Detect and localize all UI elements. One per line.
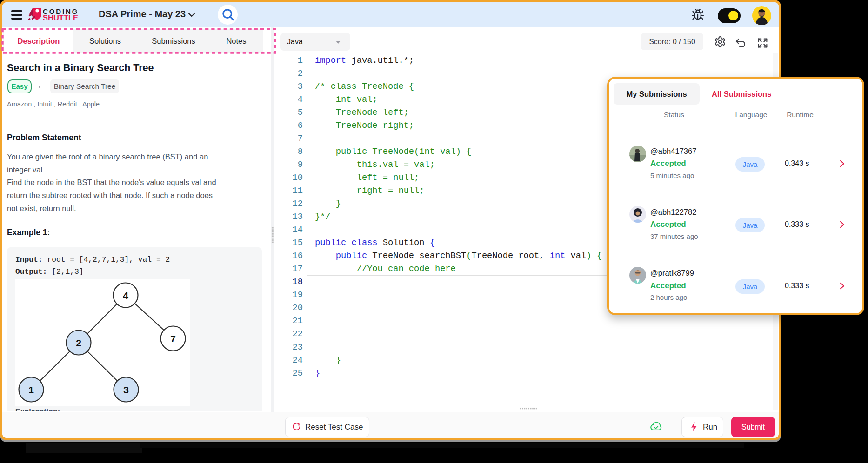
svg-text:4: 4: [123, 290, 128, 301]
svg-text:1: 1: [28, 384, 34, 395]
svg-text:2: 2: [76, 337, 81, 348]
svg-text:3: 3: [123, 384, 129, 395]
svg-text:7: 7: [170, 333, 176, 344]
